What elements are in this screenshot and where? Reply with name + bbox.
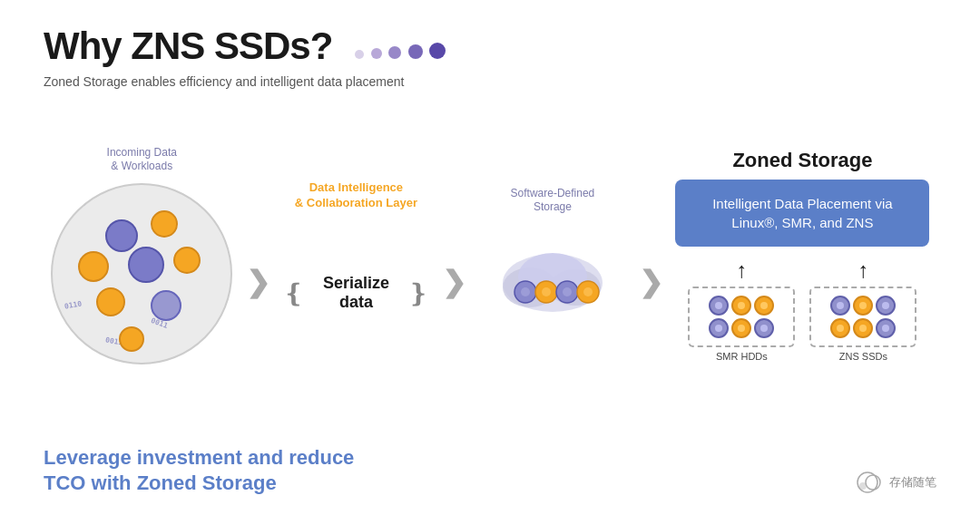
- smr-disk: [754, 318, 774, 338]
- disk-item: [128, 247, 164, 283]
- zoned-blue-box: Intelligent Data Placement via Linux®, S…: [675, 180, 929, 247]
- zns-disks: [820, 296, 906, 338]
- smr-item: ↑ SMR HDDs: [688, 258, 795, 362]
- cloud-svg: [494, 242, 612, 324]
- svg-point-7: [542, 287, 551, 296]
- smr-disks: [699, 296, 784, 338]
- svg-point-5: [521, 287, 530, 296]
- zns-disk: [876, 296, 896, 316]
- svg-point-9: [563, 287, 572, 296]
- title-decoration: [352, 43, 446, 63]
- step-software: Software-DefinedStorage: [472, 187, 632, 324]
- zoned-bottom: ↑ SMR HDDs: [688, 258, 916, 362]
- arrow-up-smr: ↑: [736, 258, 747, 283]
- zns-label: ZNS SSDs: [839, 351, 887, 362]
- zns-disk: [830, 318, 850, 338]
- disk-item: [96, 287, 125, 316]
- smr-disk: [709, 318, 729, 338]
- zns-item: ↑ ZNS SSDs: [809, 258, 916, 362]
- arrow-2: ❯: [436, 210, 472, 299]
- serialize-box: ❴ Serialize data ❵: [283, 257, 428, 329]
- zoned-title: Zoned Storage: [732, 149, 872, 172]
- disk-item: [119, 326, 144, 352]
- step-zoned: Zoned Storage Intelligent Data Placement…: [669, 149, 936, 362]
- disk-item: [151, 290, 181, 321]
- smr-disk: [731, 318, 751, 338]
- svg-point-11: [583, 287, 593, 296]
- step-incoming-label: Incoming Data& Workloads: [107, 146, 177, 174]
- zns-disk: [853, 296, 873, 316]
- step-intelligence-label: Data Intelligence& Collaboration Layer: [295, 180, 417, 211]
- arrow-1: ❯: [240, 210, 275, 299]
- zns-disk: [876, 318, 896, 338]
- step-software-label: Software-DefinedStorage: [511, 187, 595, 215]
- watermark-text: 存储随笔: [889, 474, 936, 491]
- zns-box: [809, 287, 916, 347]
- bottom-text: Leverage investment and reduceTCO with Z…: [44, 445, 354, 497]
- disk-item: [151, 210, 178, 238]
- watermark-icon: [855, 468, 884, 497]
- smr-disk: [709, 296, 729, 316]
- arrow-3: ❯: [632, 210, 668, 299]
- zns-disk: [853, 318, 873, 338]
- step-incoming: Incoming Data& Workloads 0110 0011 0110 …: [44, 146, 240, 364]
- data-text-3: 0110: [64, 299, 83, 310]
- left-brace: ❴: [283, 278, 304, 308]
- disk-item: [78, 251, 109, 282]
- page-subtitle: Zoned Storage enables efficiency and int…: [44, 74, 936, 89]
- cloud-box: [480, 242, 625, 324]
- watermark: 存储随笔: [855, 468, 936, 497]
- arrow-up-zns: ↑: [858, 258, 868, 283]
- circle-content: 0110 0011 0110 0011 0110 0011: [60, 192, 223, 355]
- data-text-1: 0110: [68, 199, 87, 212]
- step-intelligence: Data Intelligence& Collaboration Layer ❴…: [276, 180, 436, 329]
- svg-point-14: [859, 482, 867, 490]
- serialize-text: Serialize data: [304, 274, 407, 312]
- smr-label: SMR HDDs: [716, 351, 768, 362]
- bottom-section: Leverage investment and reduceTCO with Z…: [44, 445, 936, 497]
- main-diagram: Incoming Data& Workloads 0110 0011 0110 …: [44, 114, 936, 395]
- chevron-icon-3: ❯: [639, 265, 663, 299]
- incoming-circle: 0110 0011 0110 0011 0110 0011: [51, 183, 232, 364]
- zns-disk: [830, 296, 850, 316]
- smr-box: [688, 287, 795, 347]
- smr-disk: [731, 296, 751, 316]
- right-brace: ❵: [407, 278, 428, 308]
- disk-item: [173, 247, 201, 274]
- chevron-icon-1: ❯: [246, 265, 270, 299]
- smr-disk: [754, 296, 774, 316]
- chevron-icon-2: ❯: [442, 265, 466, 299]
- page-title: Why ZNS SSDs?: [44, 25, 332, 67]
